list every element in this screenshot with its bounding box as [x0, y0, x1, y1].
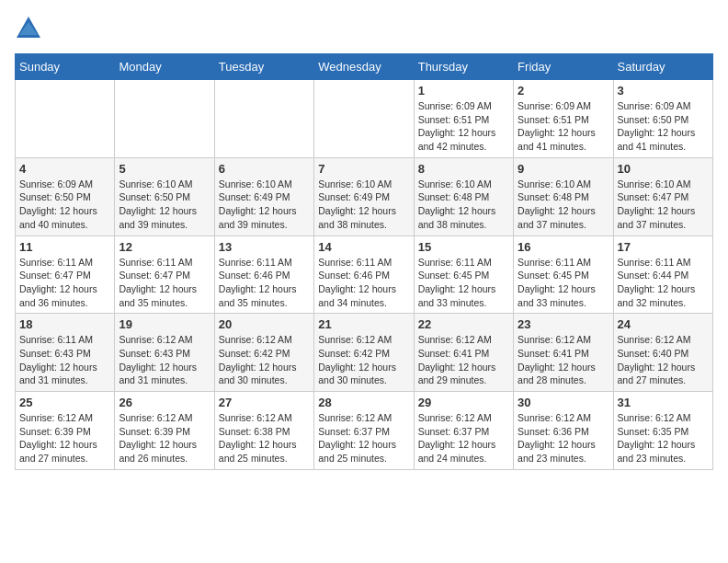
day-number: 22	[418, 317, 509, 331]
day-info: Sunrise: 6:12 AM Sunset: 6:43 PM Dayligh…	[119, 333, 210, 387]
page-header	[15, 15, 713, 42]
day-number: 9	[518, 162, 609, 176]
logo-icon	[15, 15, 42, 42]
day-number: 21	[318, 317, 409, 331]
day-of-week-header: Saturday	[613, 54, 712, 80]
day-info: Sunrise: 6:12 AM Sunset: 6:39 PM Dayligh…	[119, 411, 210, 465]
day-info: Sunrise: 6:12 AM Sunset: 6:37 PM Dayligh…	[418, 411, 509, 465]
calendar-cell: 19Sunrise: 6:12 AM Sunset: 6:43 PM Dayli…	[115, 314, 214, 392]
day-number: 11	[19, 240, 110, 254]
calendar-cell: 13Sunrise: 6:11 AM Sunset: 6:46 PM Dayli…	[214, 236, 313, 314]
day-of-week-header: Friday	[514, 54, 613, 80]
day-info: Sunrise: 6:12 AM Sunset: 6:41 PM Dayligh…	[518, 333, 609, 387]
calendar-cell: 10Sunrise: 6:10 AM Sunset: 6:47 PM Dayli…	[613, 157, 712, 236]
day-number: 25	[19, 396, 110, 409]
day-of-week-header: Wednesday	[314, 54, 414, 80]
calendar-cell: 1Sunrise: 6:09 AM Sunset: 6:51 PM Daylig…	[414, 80, 513, 158]
day-info: Sunrise: 6:09 AM Sunset: 6:50 PM Dayligh…	[618, 99, 709, 154]
calendar-cell: 21Sunrise: 6:12 AM Sunset: 6:42 PM Dayli…	[314, 314, 414, 392]
calendar-cell: 23Sunrise: 6:12 AM Sunset: 6:41 PM Dayli…	[514, 314, 613, 392]
calendar-cell: 8Sunrise: 6:10 AM Sunset: 6:48 PM Daylig…	[414, 157, 513, 236]
day-info: Sunrise: 6:12 AM Sunset: 6:36 PM Dayligh…	[518, 411, 609, 465]
day-info: Sunrise: 6:11 AM Sunset: 6:46 PM Dayligh…	[219, 256, 310, 310]
day-of-week-header: Sunday	[16, 54, 115, 80]
day-info: Sunrise: 6:09 AM Sunset: 6:51 PM Dayligh…	[418, 99, 509, 154]
day-info: Sunrise: 6:11 AM Sunset: 6:45 PM Dayligh…	[518, 256, 609, 310]
calendar-cell	[314, 80, 414, 158]
calendar-cell: 5Sunrise: 6:10 AM Sunset: 6:50 PM Daylig…	[115, 157, 214, 236]
calendar-cell: 9Sunrise: 6:10 AM Sunset: 6:48 PM Daylig…	[514, 157, 613, 236]
day-number: 26	[119, 396, 210, 409]
day-of-week-header: Tuesday	[214, 54, 313, 80]
day-number: 2	[518, 84, 609, 98]
day-info: Sunrise: 6:09 AM Sunset: 6:50 PM Dayligh…	[19, 178, 110, 232]
calendar-cell: 7Sunrise: 6:10 AM Sunset: 6:49 PM Daylig…	[314, 157, 414, 236]
day-info: Sunrise: 6:12 AM Sunset: 6:40 PM Dayligh…	[618, 333, 709, 387]
calendar-cell: 29Sunrise: 6:12 AM Sunset: 6:37 PM Dayli…	[414, 392, 513, 470]
day-number: 13	[219, 240, 310, 254]
calendar-cell	[115, 80, 214, 158]
calendar-cell: 22Sunrise: 6:12 AM Sunset: 6:41 PM Dayli…	[414, 314, 513, 392]
day-number: 12	[119, 240, 210, 254]
day-info: Sunrise: 6:11 AM Sunset: 6:44 PM Dayligh…	[618, 256, 709, 310]
calendar-cell: 14Sunrise: 6:11 AM Sunset: 6:46 PM Dayli…	[314, 236, 414, 314]
calendar-cell: 27Sunrise: 6:12 AM Sunset: 6:38 PM Dayli…	[214, 392, 313, 470]
day-number: 20	[219, 317, 310, 331]
calendar-week-row: 1Sunrise: 6:09 AM Sunset: 6:51 PM Daylig…	[16, 80, 713, 158]
calendar-cell: 15Sunrise: 6:11 AM Sunset: 6:45 PM Dayli…	[414, 236, 513, 314]
day-info: Sunrise: 6:12 AM Sunset: 6:37 PM Dayligh…	[318, 411, 409, 465]
day-info: Sunrise: 6:11 AM Sunset: 6:45 PM Dayligh…	[418, 256, 509, 310]
day-info: Sunrise: 6:11 AM Sunset: 6:43 PM Dayligh…	[19, 333, 110, 387]
day-info: Sunrise: 6:10 AM Sunset: 6:48 PM Dayligh…	[518, 178, 609, 232]
day-info: Sunrise: 6:12 AM Sunset: 6:42 PM Dayligh…	[219, 333, 310, 387]
calendar-cell: 2Sunrise: 6:09 AM Sunset: 6:51 PM Daylig…	[514, 80, 613, 158]
day-number: 6	[219, 162, 310, 176]
day-info: Sunrise: 6:11 AM Sunset: 6:47 PM Dayligh…	[19, 256, 110, 310]
day-number: 17	[618, 240, 709, 254]
day-info: Sunrise: 6:11 AM Sunset: 6:47 PM Dayligh…	[119, 256, 210, 310]
calendar-cell: 25Sunrise: 6:12 AM Sunset: 6:39 PM Dayli…	[16, 392, 115, 470]
day-number: 14	[318, 240, 409, 254]
calendar-week-row: 25Sunrise: 6:12 AM Sunset: 6:39 PM Dayli…	[16, 392, 713, 470]
day-number: 30	[518, 396, 609, 409]
day-of-week-header: Monday	[115, 54, 214, 80]
day-number: 31	[618, 396, 709, 409]
calendar-cell: 24Sunrise: 6:12 AM Sunset: 6:40 PM Dayli…	[613, 314, 712, 392]
calendar-cell: 20Sunrise: 6:12 AM Sunset: 6:42 PM Dayli…	[214, 314, 313, 392]
calendar-cell: 11Sunrise: 6:11 AM Sunset: 6:47 PM Dayli…	[16, 236, 115, 314]
day-info: Sunrise: 6:12 AM Sunset: 6:35 PM Dayligh…	[618, 411, 709, 465]
day-number: 24	[618, 317, 709, 331]
day-info: Sunrise: 6:11 AM Sunset: 6:46 PM Dayligh…	[318, 256, 409, 310]
day-info: Sunrise: 6:10 AM Sunset: 6:50 PM Dayligh…	[119, 178, 210, 232]
calendar-cell	[214, 80, 313, 158]
day-number: 5	[119, 162, 210, 176]
calendar-week-row: 11Sunrise: 6:11 AM Sunset: 6:47 PM Dayli…	[16, 236, 713, 314]
day-number: 28	[318, 396, 409, 409]
day-number: 19	[119, 317, 210, 331]
calendar-cell: 18Sunrise: 6:11 AM Sunset: 6:43 PM Dayli…	[16, 314, 115, 392]
day-info: Sunrise: 6:10 AM Sunset: 6:47 PM Dayligh…	[618, 178, 709, 232]
calendar-cell	[16, 80, 115, 158]
day-number: 15	[418, 240, 509, 254]
logo	[15, 15, 46, 42]
day-info: Sunrise: 6:12 AM Sunset: 6:39 PM Dayligh…	[19, 411, 110, 465]
day-number: 4	[19, 162, 110, 176]
day-info: Sunrise: 6:10 AM Sunset: 6:49 PM Dayligh…	[219, 178, 310, 232]
calendar-cell: 30Sunrise: 6:12 AM Sunset: 6:36 PM Dayli…	[514, 392, 613, 470]
calendar-cell: 26Sunrise: 6:12 AM Sunset: 6:39 PM Dayli…	[115, 392, 214, 470]
day-info: Sunrise: 6:10 AM Sunset: 6:49 PM Dayligh…	[318, 178, 409, 232]
day-number: 7	[318, 162, 409, 176]
calendar-cell: 31Sunrise: 6:12 AM Sunset: 6:35 PM Dayli…	[613, 392, 712, 470]
day-number: 27	[219, 396, 310, 409]
calendar-cell: 3Sunrise: 6:09 AM Sunset: 6:50 PM Daylig…	[613, 80, 712, 158]
calendar-header-row: SundayMondayTuesdayWednesdayThursdayFrid…	[16, 54, 713, 80]
day-info: Sunrise: 6:12 AM Sunset: 6:42 PM Dayligh…	[318, 333, 409, 387]
day-number: 23	[518, 317, 609, 331]
day-of-week-header: Thursday	[414, 54, 513, 80]
day-number: 18	[19, 317, 110, 331]
calendar-cell: 4Sunrise: 6:09 AM Sunset: 6:50 PM Daylig…	[16, 157, 115, 236]
day-info: Sunrise: 6:09 AM Sunset: 6:51 PM Dayligh…	[518, 99, 609, 154]
calendar-cell: 12Sunrise: 6:11 AM Sunset: 6:47 PM Dayli…	[115, 236, 214, 314]
calendar-cell: 28Sunrise: 6:12 AM Sunset: 6:37 PM Dayli…	[314, 392, 414, 470]
calendar-table: SundayMondayTuesdayWednesdayThursdayFrid…	[15, 53, 713, 470]
